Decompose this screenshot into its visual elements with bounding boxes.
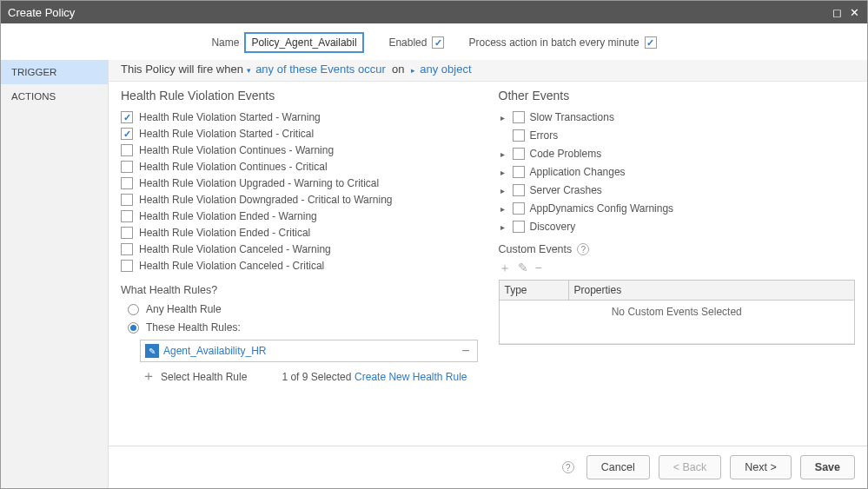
create-policy-dialog: Create Policy ◻ ✕ Name Enabled Process a… <box>0 0 868 489</box>
other-event-item: ▸Discovery <box>499 221 856 233</box>
expand-icon[interactable]: ▸ <box>499 113 507 122</box>
batch-checkbox[interactable] <box>645 36 657 49</box>
save-button[interactable]: Save <box>800 455 855 479</box>
hrve-item: Health Rule Violation Continues - Critic… <box>121 161 478 173</box>
fire-prefix: This Policy will fire when <box>121 63 243 76</box>
other-events-title: Other Events <box>499 89 856 102</box>
help-icon[interactable]: ? <box>577 243 589 255</box>
hrve-checkbox[interactable] <box>121 161 133 173</box>
custom-events-table: Type Properties No Custom Events Selecte… <box>499 280 856 345</box>
hrve-label: Health Rule Violation Downgraded - Criti… <box>139 194 392 206</box>
hrve-checkbox[interactable] <box>121 210 133 222</box>
selected-count: 1 of 9 Selected <box>282 371 351 383</box>
create-health-rule-link[interactable]: Create New Health Rule <box>354 371 467 383</box>
hrve-item: Health Rule Violation Ended - Warning <box>121 210 478 222</box>
nav-trigger[interactable]: TRIGGER <box>1 60 108 84</box>
radio-any-health-rule[interactable] <box>128 304 139 315</box>
footer-help-icon[interactable]: ? <box>562 461 574 473</box>
custom-events-empty: No Custom Events Selected <box>500 301 855 344</box>
hrve-label: Health Rule Violation Continues - Warnin… <box>139 144 334 156</box>
hrve-label: Health Rule Violation Canceled - Critica… <box>139 260 324 272</box>
footer: ? Cancel < Back Next > Save <box>109 446 867 488</box>
other-event-item: ▸Application Changes <box>499 166 856 178</box>
hrve-label: Health Rule Violation Canceled - Warning <box>139 243 331 255</box>
add-icon[interactable]: ＋ <box>142 367 156 386</box>
object-dropdown[interactable]: ▸ any object <box>411 63 472 76</box>
maximize-icon[interactable]: ◻ <box>831 6 843 19</box>
hrve-column: Health Rule Violation Events Health Rule… <box>121 89 478 442</box>
hrve-title: Health Rule Violation Events <box>121 89 478 102</box>
expand-icon[interactable]: ▸ <box>499 149 507 159</box>
expand-icon[interactable]: ▸ <box>499 204 507 214</box>
what-health-rules: What Health Rules? <box>121 284 478 296</box>
hrve-label: Health Rule Violation Ended - Warning <box>139 210 317 222</box>
hrve-checkbox[interactable] <box>121 128 133 140</box>
other-event-checkbox[interactable] <box>513 221 525 233</box>
other-events-column: Other Events ▸Slow TransactionsErrors▸Co… <box>499 89 856 442</box>
close-icon[interactable]: ✕ <box>848 6 860 19</box>
hrve-label: Health Rule Violation Continues - Critic… <box>139 161 328 173</box>
other-event-item: ▸Slow Transactions <box>499 111 856 123</box>
radio-these-health-rules[interactable] <box>128 322 139 334</box>
health-rule-row: ✎ Agent_Availability_HR − <box>140 340 478 362</box>
events-dropdown[interactable]: ▾ any of these Events occur <box>247 63 389 76</box>
cancel-button[interactable]: Cancel <box>586 455 650 479</box>
hrve-checkbox[interactable] <box>121 260 133 272</box>
main: This Policy will fire when ▾ any of thes… <box>109 60 867 488</box>
hrve-checkbox[interactable] <box>121 227 133 239</box>
enabled-checkbox[interactable] <box>432 36 444 49</box>
other-event-checkbox[interactable] <box>513 184 525 196</box>
other-event-item: ▸Code Problems <box>499 148 856 160</box>
expand-icon[interactable]: ▸ <box>499 168 507 177</box>
other-event-checkbox[interactable] <box>513 148 525 160</box>
other-event-label: Errors <box>530 129 559 142</box>
back-button[interactable]: < Back <box>659 455 722 479</box>
remove-icon[interactable]: − <box>454 343 476 359</box>
hrve-checkbox[interactable] <box>121 144 133 156</box>
caret-down-icon: ▾ <box>247 66 251 75</box>
edit-icon[interactable]: ✎ <box>145 344 159 358</box>
hrve-checkbox[interactable] <box>121 194 133 206</box>
hrve-label: Health Rule Violation Ended - Critical <box>139 227 310 239</box>
other-event-checkbox[interactable] <box>513 166 525 178</box>
other-event-label: Discovery <box>530 221 576 233</box>
caret-right-icon: ▸ <box>411 66 415 75</box>
hrve-item: Health Rule Violation Downgraded - Criti… <box>121 194 478 206</box>
other-event-checkbox[interactable] <box>513 129 525 142</box>
other-event-label: Server Crashes <box>530 184 602 196</box>
th-properties: Properties <box>569 281 855 300</box>
hrve-label: Health Rule Violation Upgraded - Warning… <box>139 177 379 189</box>
hrve-item: Health Rule Violation Started - Warning <box>121 111 478 123</box>
hrve-item: Health Rule Violation Upgraded - Warning… <box>121 177 478 189</box>
custom-remove-icon[interactable]: − <box>535 261 542 276</box>
fire-row: This Policy will fire when ▾ any of thes… <box>109 60 867 81</box>
batch-label: Process action in batch every minute <box>468 36 639 49</box>
next-button[interactable]: Next > <box>730 455 791 479</box>
other-event-label: AppDynamics Config Warnings <box>530 202 674 215</box>
enabled-label: Enabled <box>388 36 427 49</box>
hrve-checkbox[interactable] <box>121 111 133 123</box>
th-type: Type <box>500 281 569 300</box>
health-rule-name[interactable]: Agent_Availability_HR <box>163 345 454 357</box>
title-bar: Create Policy ◻ ✕ <box>1 1 867 23</box>
name-label: Name <box>211 36 239 49</box>
expand-icon[interactable]: ▸ <box>499 222 507 232</box>
other-event-item: ▸AppDynamics Config Warnings <box>499 202 856 215</box>
hrve-label: Health Rule Violation Started - Critical <box>139 128 314 140</box>
expand-icon[interactable]: ▸ <box>499 186 507 195</box>
custom-events-label: Custom Events <box>499 243 573 255</box>
other-event-checkbox[interactable] <box>513 202 525 215</box>
fire-on: on <box>392 63 404 76</box>
hrve-checkbox[interactable] <box>121 177 133 189</box>
label-these-health-rules: These Health Rules: <box>146 321 241 334</box>
other-event-item: ▸Server Crashes <box>499 184 856 196</box>
custom-add-icon[interactable]: ＋ <box>499 261 511 276</box>
custom-edit-icon[interactable]: ✎ <box>518 261 528 276</box>
hrve-checkbox[interactable] <box>121 243 133 255</box>
name-input[interactable] <box>244 32 364 53</box>
dialog-title: Create Policy <box>8 6 75 19</box>
hrve-item: Health Rule Violation Started - Critical <box>121 128 478 140</box>
hrve-item: Health Rule Violation Canceled - Warning <box>121 243 478 255</box>
nav-actions[interactable]: ACTIONS <box>1 84 108 109</box>
other-event-checkbox[interactable] <box>513 111 525 123</box>
